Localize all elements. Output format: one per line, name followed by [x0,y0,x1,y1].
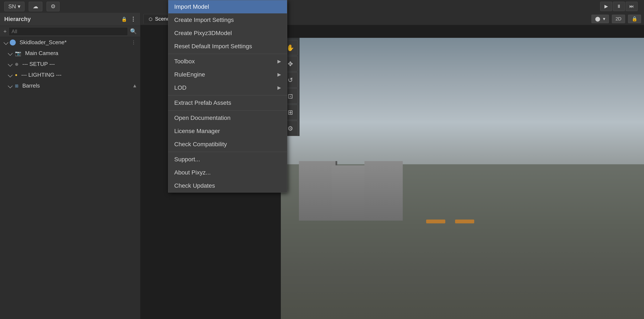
camera-icon: 📷 [15,50,21,56]
settings-button[interactable]: ⚙ [46,2,60,11]
step-button[interactable]: ⏭ [626,2,638,11]
road-marker-1 [426,220,445,223]
hierarchy-item-main-camera[interactable]: 📷 Main Camera [0,48,140,59]
hierarchy-item-barrels[interactable]: ⊞ Barrels ▶ [0,80,140,91]
viewport [281,38,644,319]
topbar: SN ▾ ☁ ⚙ ▶ ⏸ ⏭ [0,0,644,13]
lighting-label: --- LIGHTING --- [21,72,62,78]
hierarchy-toolbar: + 🔍 [0,26,140,37]
hierarchy-header: Hierarchy 🔒 ⋮ [0,13,140,26]
pause-button[interactable]: ⏸ [613,2,625,11]
context-menu: Import Model Create Import Settings Crea… [168,0,287,193]
rotate-icon: ↺ [288,76,293,84]
gizmos-button[interactable]: ⬤ ▾ [592,15,609,23]
gizmos-icon: ⬤ [595,16,600,21]
expand-arrow-icon [8,62,13,66]
pause-icon: ⏸ [616,3,621,9]
hierarchy-panel: Hierarchy 🔒 ⋮ + 🔍 Skidloader_Scene* ⋮ 📷 … [0,13,140,319]
scene-icon-small: ⬡ [149,17,152,21]
hierarchy-title: Hierarchy [4,16,31,22]
hierarchy-menu-icon[interactable]: ⋮ [130,16,136,22]
lock-icon: 🔒 [632,16,638,21]
lock-icon[interactable]: 🔒 [121,16,127,22]
play-controls: ▶ ⏸ ⏭ [600,0,644,13]
gizmos-label: ▾ [603,16,605,21]
right-arrow-icon: ▶ [132,84,137,87]
cloud-button[interactable]: ☁ [29,2,42,11]
scene-icon [10,39,16,45]
setup-label: --- SETUP --- [22,61,55,67]
menu-item-license-manager[interactable]: License Manager [168,125,287,138]
play-icon: ▶ [604,3,608,9]
skidloader-scene-label: Skidloader_Scene* [20,39,66,46]
create-icon[interactable]: + [4,28,6,35]
lock-scene-button[interactable]: 🔒 [628,15,641,23]
light-icon: ● [15,72,18,77]
2d-label: 2D [616,16,622,21]
sn-dropdown-button[interactable]: SN ▾ [4,2,24,11]
item-menu-icon[interactable]: ⋮ [131,40,136,45]
menu-item-reset-default[interactable]: Reset Default Import Settings [168,40,287,53]
menu-item-check-updates[interactable]: Check Updates [168,179,287,192]
hand-icon: ✋ [286,44,294,51]
move-icon: ✥ [288,60,293,68]
scale-icon: ⊡ [288,92,293,100]
menu-item-lod[interactable]: LOD ▶ [168,81,287,94]
road-marker-2 [455,220,474,223]
menu-item-create-pixyz3dmodel[interactable]: Create Pixyz3DModel [168,26,287,40]
rect-icon: ⊞ [288,109,293,116]
cloud-icon: ☁ [33,3,38,10]
main-camera-label: Main Camera [25,50,58,56]
chevron-down-icon: ▾ [18,3,20,10]
menu-item-check-compatibility[interactable]: Check Compatibility [168,138,287,151]
expand-arrow-icon [8,72,13,77]
submenu-arrow-icon: ▶ [278,59,281,64]
menu-item-import-model[interactable]: Import Model [168,0,287,13]
menu-item-support[interactable]: Support... [168,153,287,166]
search-input[interactable] [9,27,128,36]
sn-label: SN [8,3,16,10]
expand-icon [4,40,8,45]
2d-button[interactable]: 2D [612,15,625,23]
menu-item-create-import-settings[interactable]: Create Import Settings [168,13,287,26]
menu-item-about-pixyz[interactable]: About Pixyz... [168,166,287,179]
submenu-arrow-icon: ▶ [278,85,281,90]
hierarchy-item-setup[interactable]: ⊕ --- SETUP --- [0,59,140,69]
folder-icon: ⊞ [15,83,18,88]
menu-item-open-docs[interactable]: Open Documentation [168,111,287,125]
search-icon[interactable]: 🔍 [130,28,137,35]
menu-item-extract-prefab[interactable]: Extract Prefab Assets [168,96,287,109]
barrier-3 [364,161,403,221]
menu-item-rule-engine[interactable]: RuleEngine ▶ [168,68,287,81]
custom-icon: ⚙ [288,125,293,132]
gear-icon: ⚙ [51,3,56,10]
hierarchy-item-lighting[interactable]: ● --- LIGHTING --- [0,69,140,80]
step-icon: ⏭ [629,3,634,9]
menu-divider-4 [168,152,287,152]
menu-divider-2 [168,95,287,95]
barrels-label: Barrels [22,82,40,89]
play-button[interactable]: ▶ [600,2,612,11]
collapse-arrow-icon [8,83,13,88]
menu-item-toolbox[interactable]: Toolbox ▶ [168,55,287,68]
hierarchy-item-skidloader[interactable]: Skidloader_Scene* ⋮ [0,37,140,48]
submenu-arrow-icon: ▶ [278,72,281,77]
dots-icon: ⊕ [15,62,18,67]
menu-divider-1 [168,54,287,54]
expand-arrow-icon [8,51,13,56]
